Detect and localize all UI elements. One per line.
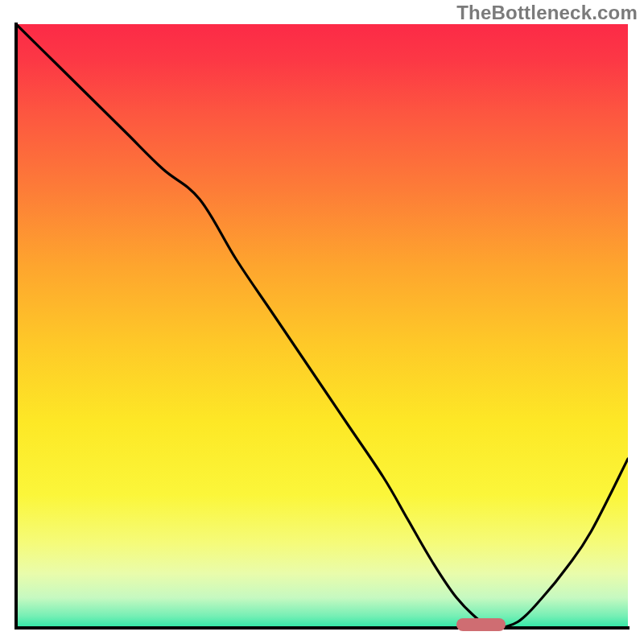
plot-gradient-background [16, 24, 628, 628]
y-axis-line [14, 23, 18, 630]
watermark-text: TheBottleneck.com [456, 2, 638, 24]
x-axis-line [14, 626, 630, 630]
optimal-range-marker [456, 618, 506, 631]
chart-container: TheBottleneck.com [0, 0, 644, 644]
